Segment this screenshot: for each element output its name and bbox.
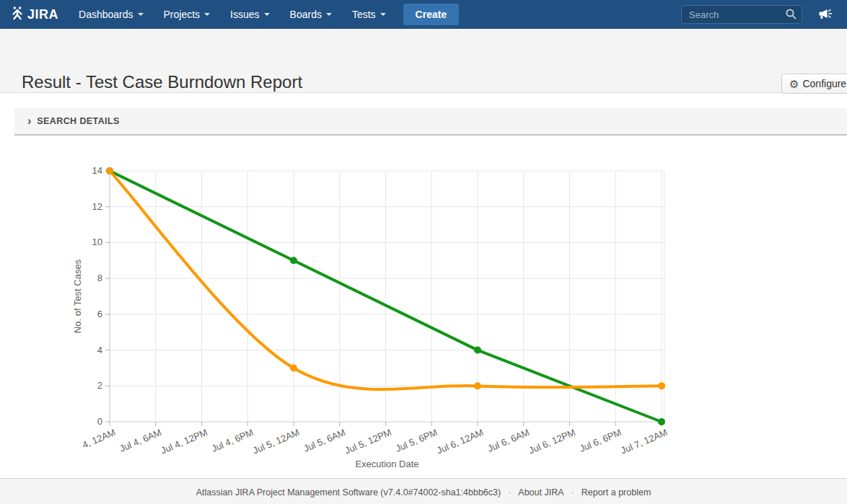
y-axis-title: No. of Test Cases — [72, 259, 83, 333]
nav-item-boards[interactable]: Boards — [280, 0, 342, 29]
nav-item-issues[interactable]: Issues — [220, 0, 279, 29]
y-tick-label: 0 — [97, 416, 102, 427]
nav-item-tests[interactable]: Tests — [342, 0, 396, 29]
gear-icon: ⚙ — [789, 79, 799, 89]
y-tick-label: 8 — [97, 273, 102, 283]
x-tick-label: 4, 12AM — [81, 427, 117, 451]
data-point-ideal-burndown-green — [290, 257, 297, 264]
search-input[interactable] — [681, 5, 802, 24]
top-navbar: JIRA Dashboards Projects Issues Boards T… — [0, 0, 847, 29]
x-tick-label: Jul 5, 6PM — [394, 427, 439, 454]
x-tick-label: Jul 6, 12AM — [435, 427, 485, 456]
page: JIRA Dashboards Projects Issues Boards T… — [0, 0, 847, 504]
data-point-actual-burndown-orange — [106, 167, 113, 174]
x-axis-title: Execution Date — [355, 459, 418, 469]
x-tick-label: Jul 6, 6PM — [578, 427, 623, 454]
nav-item-dashboards[interactable]: Dashboards — [69, 0, 154, 29]
data-point-ideal-burndown-green — [658, 418, 665, 425]
x-tick-label: Jul 5, 6AM — [302, 427, 347, 454]
y-tick-label: 4 — [97, 345, 102, 355]
x-tick-label: Jul 6, 6AM — [486, 427, 531, 454]
y-tick-label: 10 — [92, 236, 102, 247]
jira-logo-icon — [10, 6, 27, 23]
burndown-chart: 4, 12AMJul 4, 6AMJul 4, 12PMJul 4, 6PMJu… — [0, 159, 678, 478]
create-button[interactable]: Create — [403, 4, 460, 25]
navbar-right — [681, 5, 837, 24]
data-point-actual-burndown-orange — [658, 382, 665, 389]
search-icon[interactable] — [785, 8, 797, 23]
x-tick-label: Jul 7, 12AM — [619, 427, 669, 456]
y-tick-label: 2 — [97, 380, 102, 391]
chevron-down-icon — [204, 13, 210, 16]
chevron-right-icon: › — [27, 115, 31, 127]
y-tick-label: 14 — [92, 165, 102, 176]
data-point-ideal-burndown-green — [474, 347, 481, 354]
data-point-actual-burndown-orange — [474, 382, 481, 389]
x-tick-label: Jul 4, 6AM — [118, 427, 163, 454]
about-jira-link[interactable]: About JIRA — [518, 487, 563, 498]
feedback-megaphone-icon[interactable] — [817, 7, 833, 22]
y-tick-label: 12 — [92, 201, 102, 212]
y-tick-label: 6 — [97, 309, 102, 319]
report-problem-link[interactable]: Report a problem — [582, 487, 651, 498]
search-details-toggle[interactable]: › SEARCH DETAILS — [14, 108, 847, 136]
search-details-label: SEARCH DETAILS — [37, 116, 119, 126]
page-title: Result - Test Case Burndown Report — [22, 72, 302, 92]
burndown-chart-svg: 4, 12AMJul 4, 6AMJul 4, 12PMJul 4, 6PMJu… — [0, 159, 678, 478]
x-tick-label: Jul 4, 6PM — [210, 427, 255, 454]
x-tick-label: Jul 5, 12AM — [251, 427, 301, 456]
jira-logo[interactable]: JIRA — [10, 6, 58, 23]
chevron-down-icon — [264, 13, 270, 16]
chevron-down-icon — [326, 13, 332, 16]
x-tick-label: Jul 6, 12PM — [527, 427, 577, 456]
footer-version-text: Atlassian JIRA Project Management Softwa… — [196, 487, 501, 498]
x-tick-label: Jul 4, 12PM — [159, 427, 209, 456]
page-header: Result - Test Case Burndown Report ⚙ Con… — [0, 29, 847, 93]
footer-separator: · — [571, 487, 574, 498]
jira-brand-text: JIRA — [27, 7, 58, 22]
page-footer: Atlassian JIRA Project Management Softwa… — [0, 478, 847, 504]
chevron-down-icon — [138, 13, 144, 16]
footer-separator: · — [508, 487, 511, 498]
data-point-actual-burndown-orange — [290, 364, 297, 371]
chevron-down-icon — [380, 13, 386, 16]
nav-item-projects[interactable]: Projects — [154, 0, 221, 29]
x-tick-label: Jul 5, 12PM — [343, 427, 393, 456]
configure-button[interactable]: ⚙ Configure — [781, 74, 847, 94]
